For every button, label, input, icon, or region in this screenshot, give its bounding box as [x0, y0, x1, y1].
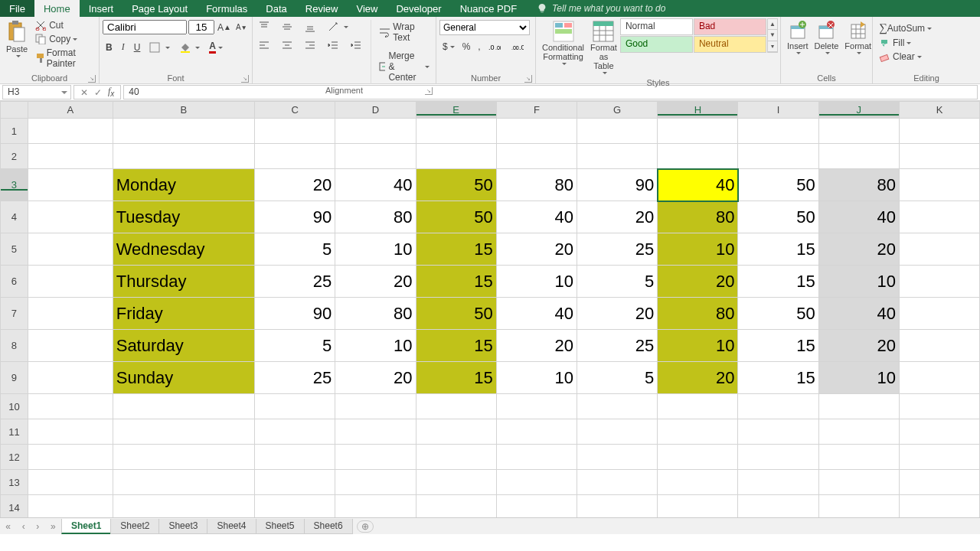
fill-color-button[interactable] — [176, 41, 203, 54]
cell-K2[interactable] — [899, 144, 979, 169]
cell-A10[interactable] — [28, 394, 113, 419]
tab-home[interactable]: Home — [34, 0, 80, 17]
col-header-C[interactable]: C — [255, 102, 335, 119]
cell-I2[interactable] — [738, 144, 818, 169]
cell-H5[interactable]: 10 — [658, 233, 738, 266]
increase-indent-button[interactable] — [348, 38, 368, 52]
style-bad[interactable]: Bad — [694, 18, 766, 35]
worksheet-grid[interactable]: ABCDEFGHIJK123Monday20405080904050804Tue… — [0, 101, 980, 520]
cell-E6[interactable]: 15 — [416, 266, 496, 298]
clipboard-launcher-icon[interactable]: ↘ — [88, 75, 96, 83]
comma-button[interactable]: , — [475, 40, 483, 54]
cell-C4[interactable]: 90 — [255, 201, 335, 233]
cell-F8[interactable]: 20 — [496, 330, 577, 362]
cell-G14[interactable] — [577, 495, 658, 520]
col-header-D[interactable]: D — [335, 102, 416, 119]
cell-F1[interactable] — [496, 119, 577, 144]
cell-C13[interactable] — [255, 470, 335, 495]
format-as-table-button[interactable]: Format as Table — [587, 18, 620, 77]
cell-H8[interactable]: 10 — [658, 330, 738, 362]
orientation-button[interactable] — [325, 20, 351, 34]
delete-cells-button[interactable]: Delete — [812, 18, 842, 57]
cell-D5[interactable]: 10 — [335, 233, 416, 266]
number-launcher-icon[interactable]: ↘ — [524, 75, 532, 83]
cell-J11[interactable] — [818, 419, 899, 445]
col-header-B[interactable]: B — [113, 102, 254, 119]
cell-D3[interactable]: 40 — [335, 169, 416, 201]
cell-J6[interactable]: 10 — [818, 266, 899, 298]
cell-A13[interactable] — [28, 470, 113, 495]
tab-developer[interactable]: Developer — [387, 0, 450, 17]
cell-styles-gallery[interactable]: Normal Bad Good Neutral — [620, 18, 766, 53]
cell-H14[interactable] — [658, 495, 738, 520]
cell-B8[interactable]: Saturday — [113, 330, 254, 362]
cell-G6[interactable]: 5 — [577, 266, 658, 298]
sheet-tab-sheet6[interactable]: Sheet6 — [304, 519, 353, 534]
cell-K10[interactable] — [899, 394, 979, 419]
cell-D8[interactable]: 10 — [335, 330, 416, 362]
cell-A9[interactable] — [28, 362, 113, 394]
cell-E1[interactable] — [416, 119, 496, 144]
tab-nav-last-icon[interactable]: » — [51, 521, 56, 532]
font-name-select[interactable] — [103, 20, 187, 34]
paste-button[interactable]: Paste — [3, 18, 31, 60]
cell-C1[interactable] — [255, 119, 335, 144]
cell-H6[interactable]: 20 — [658, 266, 738, 298]
cell-C11[interactable] — [255, 419, 335, 445]
cell-J1[interactable] — [818, 119, 899, 144]
cell-H10[interactable] — [658, 394, 738, 419]
cell-J8[interactable]: 20 — [818, 330, 899, 362]
cell-G13[interactable] — [577, 470, 658, 495]
cell-A6[interactable] — [28, 266, 113, 298]
cell-F4[interactable]: 40 — [496, 201, 577, 233]
cell-D6[interactable]: 20 — [335, 266, 416, 298]
sheet-tab-sheet1[interactable]: Sheet1 — [61, 519, 111, 534]
cell-I10[interactable] — [738, 394, 818, 419]
cell-D1[interactable] — [335, 119, 416, 144]
cut-button[interactable]: Cut — [32, 18, 96, 32]
name-box[interactable]: H3 — [2, 85, 71, 99]
select-all-corner[interactable] — [1, 102, 28, 119]
alignment-launcher-icon[interactable]: ↘ — [425, 87, 433, 95]
cell-C12[interactable] — [255, 445, 335, 470]
cell-I13[interactable] — [738, 470, 818, 495]
cell-D12[interactable] — [335, 445, 416, 470]
cell-H12[interactable] — [658, 445, 738, 470]
tell-me-search[interactable]: Tell me what you want to do — [526, 0, 665, 17]
cell-A4[interactable] — [28, 201, 113, 233]
cell-E9[interactable]: 15 — [416, 362, 496, 394]
decrease-indent-button[interactable] — [325, 38, 345, 52]
format-cells-button[interactable]: Format — [841, 18, 874, 57]
accounting-format-button[interactable]: $ — [439, 40, 458, 54]
row-header-4[interactable]: 4 — [1, 201, 28, 233]
insert-cells-button[interactable]: Insert — [784, 18, 812, 57]
cell-F2[interactable] — [496, 144, 577, 169]
cell-G4[interactable]: 20 — [577, 201, 658, 233]
font-size-select[interactable] — [188, 20, 214, 34]
italic-button[interactable]: I — [119, 40, 128, 54]
tab-insert[interactable]: Insert — [80, 0, 123, 17]
sheet-tab-sheet4[interactable]: Sheet4 — [207, 519, 256, 534]
cell-K6[interactable] — [899, 266, 979, 298]
col-header-A[interactable]: A — [28, 102, 113, 119]
cell-A14[interactable] — [28, 495, 113, 520]
row-header-2[interactable]: 2 — [1, 144, 28, 169]
decrease-decimal-button[interactable]: .00.0 — [508, 40, 530, 54]
cell-H3[interactable]: 40 — [658, 169, 738, 201]
cell-C14[interactable] — [255, 495, 335, 520]
cell-I1[interactable] — [738, 119, 818, 144]
cell-A7[interactable] — [28, 298, 113, 330]
cell-C10[interactable] — [255, 394, 335, 419]
cell-F14[interactable] — [496, 495, 577, 520]
sheet-tab-sheet3[interactable]: Sheet3 — [158, 519, 207, 534]
cell-F9[interactable]: 10 — [496, 362, 577, 394]
cell-C8[interactable]: 5 — [255, 330, 335, 362]
cell-K9[interactable] — [899, 362, 979, 394]
col-header-G[interactable]: G — [577, 102, 658, 119]
cell-J5[interactable]: 20 — [818, 233, 899, 266]
cell-H2[interactable] — [658, 144, 738, 169]
row-header-14[interactable]: 14 — [1, 495, 28, 520]
tab-nav-prev-icon[interactable]: ‹ — [22, 521, 25, 532]
new-sheet-button[interactable]: ⊕ — [357, 520, 374, 533]
cell-K14[interactable] — [899, 495, 979, 520]
